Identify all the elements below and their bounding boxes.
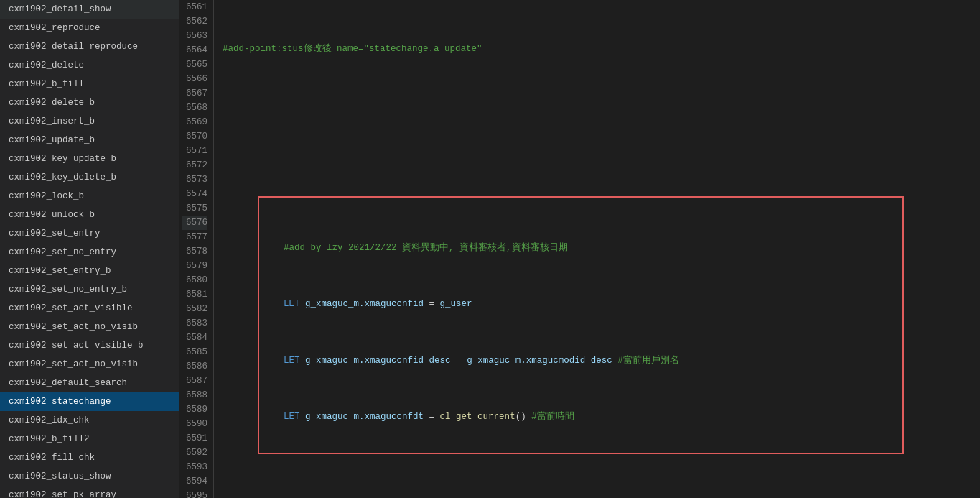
- sidebar-item-cxmi902_b_fill2[interactable]: cxmi902_b_fill2: [0, 430, 179, 448]
- sidebar-item-cxmi902_set_no_entry_b[interactable]: cxmi902_set_no_entry_b: [0, 280, 179, 299]
- sidebar-item-cxmi902_set_entry_b[interactable]: cxmi902_set_entry_b: [0, 262, 179, 280]
- line-numbers: 6561 6562 6563 6564 6565 6566 6567 6568 …: [179, 0, 214, 498]
- sidebar-item-cxmi902_default_search[interactable]: cxmi902_default_search: [0, 374, 179, 392]
- sidebar-item-cxmi902_key_update_b[interactable]: cxmi902_key_update_b: [0, 149, 179, 168]
- code-line-6563: [223, 154, 980, 168]
- sidebar-item-cxmi902_key_delete_b[interactable]: cxmi902_key_delete_b: [0, 168, 179, 187]
- sidebar-item-cxmi902_set_pk_array[interactable]: cxmi902_set_pk_array: [0, 486, 179, 498]
- sidebar-item-cxmi902_set_act_visible_b[interactable]: cxmi902_set_act_visible_b: [0, 336, 179, 355]
- sidebar-item-cxmi902_status_show[interactable]: cxmi902_status_show: [0, 467, 179, 486]
- sidebar-item-cxmi902_set_act_visible[interactable]: cxmi902_set_act_visible: [0, 299, 179, 318]
- sidebar-item-cxmi902_reproduce[interactable]: cxmi902_reproduce: [0, 19, 179, 37]
- code-line-6561: #add-point:stus修改後 name="statechange.a_u…: [223, 42, 980, 56]
- sidebar-item-cxmi902_delete_b[interactable]: cxmi902_delete_b: [0, 93, 179, 112]
- highlight-box-region: #add by lzy 2021/2/22 資料異動中, 資料審核者,資料審核日…: [258, 196, 904, 454]
- sidebar-item-cxmi902_set_act_no_visib2[interactable]: cxmi902_set_act_no_visib: [0, 355, 179, 374]
- sidebar-item-cxmi902_set_entry[interactable]: cxmi902_set_entry: [0, 224, 179, 243]
- sidebar-item-cxmi902_detail_reproduce[interactable]: cxmi902_detail_reproduce: [0, 37, 179, 56]
- sidebar-item-cxmi902_set_act_no_visib[interactable]: cxmi902_set_act_no_visib: [0, 318, 179, 336]
- sidebar-item-cxmi902_unlock_b[interactable]: cxmi902_unlock_b: [0, 206, 179, 224]
- sidebar-item-cxmi902_lock_b[interactable]: cxmi902_lock_b: [0, 187, 179, 206]
- sidebar-item-cxmi902_set_no_entry[interactable]: cxmi902_set_no_entry: [0, 243, 179, 262]
- sidebar-item-cxmi902_insert_b[interactable]: cxmi902_insert_b: [0, 112, 179, 131]
- code-container[interactable]: 6561 6562 6563 6564 6565 6566 6567 6568 …: [179, 0, 980, 498]
- code-line-6567: LET g_xmaguc_m.xmaguccnfdt = cl_get_curr…: [262, 410, 900, 424]
- code-lines: #add-point:stus修改後 name="statechange.a_u…: [214, 0, 980, 498]
- code-line-6568: [223, 482, 980, 497]
- sidebar-item-cxmi902_fill_chk[interactable]: cxmi902_fill_chk: [0, 448, 179, 467]
- sidebar-item-cxmi902_detail_show[interactable]: cxmi902_detail_show: [0, 0, 179, 19]
- sidebar: cxmi902_detail_show cxmi902_reproduce cx…: [0, 0, 179, 498]
- editor-area: 6561 6562 6563 6564 6565 6566 6567 6568 …: [179, 0, 980, 498]
- code-line-6565: LET g_xmaguc_m.xmaguccnfid = g_user: [262, 297, 900, 311]
- sidebar-item-cxmi902_b_fill[interactable]: cxmi902_b_fill: [0, 75, 179, 93]
- code-line-6562: [223, 98, 980, 112]
- sidebar-item-cxmi902_statechange[interactable]: cxmi902_statechange: [0, 392, 179, 411]
- code-line-6566: LET g_xmaguc_m.xmaguccnfid_desc = g_xmag…: [262, 354, 900, 368]
- sidebar-item-cxmi902_delete[interactable]: cxmi902_delete: [0, 56, 179, 75]
- sidebar-item-cxmi902_update_b[interactable]: cxmi902_update_b: [0, 131, 179, 149]
- code-line-6564: #add by lzy 2021/2/22 資料異動中, 資料審核者,資料審核日…: [262, 241, 900, 255]
- sidebar-item-cxmi902_idx_chk[interactable]: cxmi902_idx_chk: [0, 411, 179, 430]
